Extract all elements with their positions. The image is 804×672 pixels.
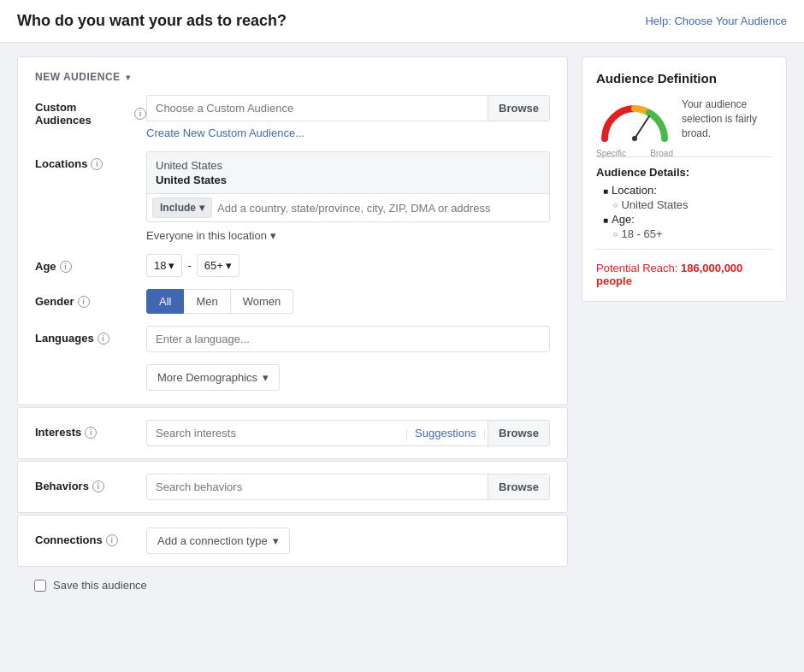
connections-label: Connections i <box>35 528 146 546</box>
new-audience-arrow-icon: ▾ <box>126 73 131 82</box>
location-input-row: Include ▾ <box>147 194 549 221</box>
main-content: NEW AUDIENCE ▾ Custom Audiences i Browse… <box>0 43 804 616</box>
connection-arrow-icon: ▾ <box>273 534 279 547</box>
connections-info-icon[interactable]: i <box>106 534 118 546</box>
interests-pipe-separator: | <box>404 427 410 439</box>
gauge-specific-label: Specific <box>596 149 626 158</box>
save-row: Save this audience <box>17 569 568 602</box>
custom-audiences-field: Browse Create New Custom Audience... <box>146 95 550 139</box>
audience-detail-age: ■ Age: <box>603 213 772 226</box>
location-country-line1: United States <box>156 159 541 172</box>
behaviors-field: Browse <box>146 474 550 500</box>
custom-audiences-info-icon[interactable]: i <box>134 108 146 120</box>
custom-audiences-row: Custom Audiences i Browse Create New Cus… <box>35 95 550 139</box>
page-header: Who do you want your ads to reach? Help:… <box>0 0 804 43</box>
custom-audience-input-wrap: Browse <box>146 95 550 121</box>
gauge-container: Specific Broad Your audience selection i… <box>596 97 772 144</box>
locations-label: Locations i <box>35 151 146 170</box>
interests-suggestions-link[interactable]: Suggestions <box>410 421 482 445</box>
gender-field: All Men Women <box>146 289 550 314</box>
everyone-arrow-icon: ▾ <box>270 229 276 242</box>
behaviors-browse-button[interactable]: Browse <box>488 475 549 499</box>
locations-row: Locations i United States United States … <box>35 151 550 242</box>
behaviors-card: Behaviors i Browse <box>17 461 568 513</box>
include-button[interactable]: Include ▾ <box>152 197 212 218</box>
create-custom-audience-link[interactable]: Create New Custom Audience... <box>146 127 304 139</box>
audience-definition-title: Audience Definition <box>596 71 772 85</box>
gauge-description: Your audience selection is fairly broad. <box>682 97 772 140</box>
help-link[interactable]: Help: Choose Your Audience <box>645 15 787 27</box>
more-demographics-arrow-icon: ▾ <box>263 371 269 384</box>
location-country-line2: United States <box>156 174 541 186</box>
location-bullet: ■ <box>603 186 608 196</box>
gender-label: Gender i <box>35 289 146 308</box>
connections-row: Connections i Add a connection type ▾ <box>35 528 550 554</box>
audience-definition-card: Audience Definition Specific <box>582 56 787 302</box>
interests-field: | Suggestions | Browse <box>146 420 550 446</box>
details-divider <box>596 249 772 250</box>
location-selected: United States United States <box>147 152 549 194</box>
gender-buttons: All Men Women <box>146 289 550 314</box>
location-box: United States United States Include ▾ <box>146 151 550 222</box>
include-dropdown-icon: ▾ <box>199 202 204 214</box>
new-audience-label: NEW AUDIENCE <box>35 71 121 83</box>
behaviors-input[interactable] <box>147 475 488 499</box>
svg-point-1 <box>632 136 637 141</box>
age-field: 18 ▾ - 65+ ▾ <box>146 254 550 277</box>
gender-men-button[interactable]: Men <box>184 289 230 314</box>
interests-pipe-separator2: | <box>482 427 488 439</box>
audience-location-value: ○ United States <box>613 198 772 211</box>
custom-audiences-label: Custom Audiences i <box>35 95 146 127</box>
languages-info-icon[interactable]: i <box>98 333 109 345</box>
new-audience-bar[interactable]: NEW AUDIENCE ▾ <box>35 71 550 83</box>
save-audience-checkbox[interactable] <box>34 580 46 592</box>
locations-field: United States United States Include ▾ <box>146 151 550 242</box>
gauge-chart: Specific Broad <box>596 97 673 144</box>
age-max-select[interactable]: 65+ ▾ <box>197 254 239 277</box>
everyone-dropdown[interactable]: Everyone in this location ▾ <box>146 229 550 242</box>
connections-card: Connections i Add a connection type ▾ <box>17 515 568 567</box>
left-panel: NEW AUDIENCE ▾ Custom Audiences i Browse… <box>17 56 568 602</box>
custom-audience-browse-button[interactable]: Browse <box>488 96 549 121</box>
interests-browse-button[interactable]: Browse <box>488 421 549 445</box>
behaviors-info-icon[interactable]: i <box>92 480 104 492</box>
interests-input[interactable] <box>147 421 404 445</box>
age-min-select[interactable]: 18 ▾ <box>146 254 182 277</box>
languages-input[interactable] <box>146 326 550 352</box>
custom-audience-input[interactable] <box>147 96 488 121</box>
gender-row: Gender i All Men Women <box>35 289 550 314</box>
location-text-input[interactable] <box>217 198 544 218</box>
location-circle: ○ <box>613 201 618 209</box>
gender-info-icon[interactable]: i <box>78 296 90 308</box>
connections-field: Add a connection type ▾ <box>146 528 550 554</box>
interests-card: Interests i | Suggestions | Browse <box>17 407 568 459</box>
gender-all-button[interactable]: All <box>146 289 184 314</box>
age-row: Age i 18 ▾ - 65+ ▾ <box>35 254 550 277</box>
behaviors-row: Behaviors i Browse <box>35 474 550 500</box>
more-demographics-container: More Demographics ▾ <box>35 364 550 391</box>
age-bullet: ■ <box>603 215 608 225</box>
languages-label: Languages i <box>35 326 146 345</box>
gauge-broad-label: Broad <box>650 149 673 158</box>
interests-row: Interests i | Suggestions | Browse <box>35 420 550 446</box>
add-connection-type-button[interactable]: Add a connection type ▾ <box>146 528 290 554</box>
page-title: Who do you want your ads to reach? <box>17 12 287 30</box>
svg-line-0 <box>635 116 649 139</box>
interests-info-icon[interactable]: i <box>85 427 97 439</box>
age-circle: ○ <box>613 230 618 239</box>
gender-women-button[interactable]: Women <box>231 289 294 314</box>
gauge-labels: Specific Broad <box>596 149 673 158</box>
age-info-icon[interactable]: i <box>60 261 72 273</box>
save-audience-label[interactable]: Save this audience <box>53 579 147 592</box>
interests-input-wrap: | Suggestions | Browse <box>146 420 550 446</box>
new-audience-bar-card: NEW AUDIENCE ▾ Custom Audiences i Browse… <box>17 56 568 405</box>
age-max-arrow-icon: ▾ <box>226 259 232 272</box>
interests-label: Interests i <box>35 420 146 439</box>
more-demographics-button[interactable]: More Demographics ▾ <box>146 364 280 391</box>
locations-info-icon[interactable]: i <box>91 158 103 170</box>
behaviors-label: Behaviors i <box>35 474 146 492</box>
right-panel: Audience Definition Specific <box>582 56 787 602</box>
potential-reach: Potential Reach: 186,000,000 people <box>596 262 772 287</box>
languages-field <box>146 326 550 352</box>
gauge-svg <box>596 97 673 144</box>
